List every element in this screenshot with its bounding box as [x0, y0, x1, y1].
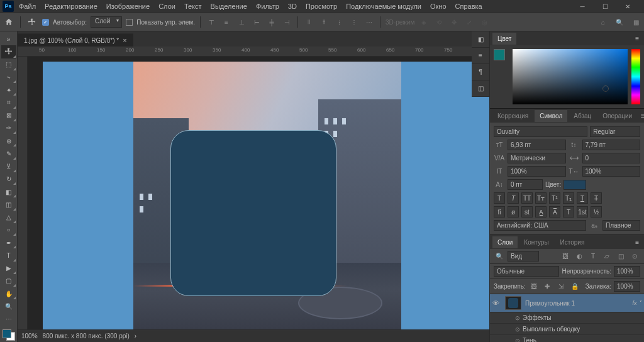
hue-slider[interactable] [631, 49, 640, 104]
color-field[interactable] [513, 49, 628, 104]
distribute-4-icon[interactable]: ⋮ [348, 16, 360, 28]
distribute-2-icon[interactable]: ⫵ [318, 16, 330, 28]
kerning-field[interactable]: Метрически [508, 153, 566, 163]
healing-tool[interactable]: ⊕ [1, 135, 16, 147]
panel-menu-icon[interactable]: ≡ [633, 35, 641, 42]
fx-badge[interactable]: fx ˅ [632, 300, 641, 306]
align-hcenter-icon[interactable]: ╪ [266, 16, 277, 28]
frame-tool[interactable]: ⊠ [1, 109, 16, 122]
foreground-swatch[interactable] [3, 329, 11, 338]
share-icon[interactable]: ⌂ [597, 16, 609, 28]
smallcaps-toggle[interactable]: Tᴛ [535, 192, 547, 204]
layers-tab[interactable]: Слои [492, 236, 518, 248]
pen-tool[interactable]: ✒ [1, 236, 16, 249]
antialias-dropdown[interactable]: Плавное [602, 220, 640, 231]
effect-shadow[interactable]: ⊙ Тень [490, 335, 644, 342]
brush-tool[interactable]: ✎ [1, 147, 16, 160]
bold-toggle[interactable]: T [494, 192, 505, 204]
menu-file[interactable]: Файл [15, 1, 40, 12]
blend-mode-dropdown[interactable]: Обычные [494, 266, 559, 277]
subscript-toggle[interactable]: T₁ [563, 192, 574, 204]
document-tab[interactable]: 1.jpg @ 100% (Слой 0, RGB/8*) * × [18, 33, 133, 47]
zoom-level[interactable]: 100% [21, 333, 38, 339]
menu-text[interactable]: Текст [180, 1, 206, 12]
panel-menu-icon[interactable]: ≡ [638, 113, 644, 119]
font-family-dropdown[interactable]: Ouvality [494, 126, 587, 137]
filter-smart-icon[interactable]: ◫ [615, 251, 626, 262]
ot-stylistic[interactable]: T [563, 206, 574, 218]
close-tab-icon[interactable]: × [123, 36, 126, 44]
zoom-tool[interactable]: 🔍 [1, 300, 16, 312]
hscale-field[interactable]: 100% [582, 166, 641, 177]
paths-tab[interactable]: Контуры [519, 236, 553, 248]
collapsed-icon-2[interactable]: ≡ [472, 48, 489, 64]
collapse-icon[interactable]: » [1, 33, 16, 45]
history-brush-tool[interactable]: ↻ [1, 173, 16, 185]
text-color-swatch[interactable] [564, 180, 586, 190]
menu-3d[interactable]: 3D [284, 1, 301, 12]
effect-stroke[interactable]: ⊙ Выполнить обводку [490, 324, 644, 335]
menu-select[interactable]: Выделение [207, 1, 251, 12]
dodge-tool[interactable]: ○ [1, 224, 16, 236]
path-select-tool[interactable]: ▶ [1, 262, 16, 275]
hand-tool[interactable]: ✋ [1, 287, 16, 300]
crop-tool[interactable]: ⌗ [1, 96, 16, 109]
strike-toggle[interactable]: T [591, 192, 602, 204]
lasso-tool[interactable]: ⍀ [1, 71, 16, 84]
panel-swatch[interactable] [494, 49, 509, 64]
opacity-field[interactable]: 100% [614, 266, 640, 277]
layer-filter-dropdown[interactable]: Вид [508, 251, 539, 262]
eraser-tool[interactable]: ◧ [1, 185, 16, 198]
ot-slash[interactable]: ø [508, 206, 519, 218]
caps-toggle[interactable]: TT [521, 192, 533, 204]
align-right-icon[interactable]: ⊣ [281, 16, 292, 28]
stamp-tool[interactable]: ⊻ [1, 160, 16, 173]
workspace-icon[interactable]: ▦ [630, 16, 641, 28]
close-button[interactable]: ✕ [619, 1, 636, 12]
status-chevron-icon[interactable]: › [135, 333, 136, 339]
tracking-field[interactable]: 0 [582, 153, 641, 163]
move-tool[interactable] [1, 45, 16, 58]
ruler-horizontal[interactable]: 50 100 150 200 250 300 350 400 450 500 5… [18, 47, 489, 57]
magic-wand-tool[interactable]: ✦ [1, 84, 16, 96]
ot-fractions[interactable]: ½ [591, 206, 602, 218]
maximize-button[interactable]: ☐ [596, 1, 614, 12]
color-swatches[interactable] [1, 328, 16, 342]
collapsed-icon-3[interactable]: ¶ [472, 64, 489, 80]
lock-all-icon[interactable]: 🔒 [569, 282, 580, 292]
layer-row[interactable]: 👁 Прямоугольник 1 fx ˅ [490, 294, 644, 312]
language-dropdown[interactable]: Английский: США [494, 220, 586, 231]
align-bottom-icon[interactable]: ⊥ [236, 16, 247, 28]
autoselect-checkbox[interactable]: ✓ [42, 19, 49, 26]
marquee-tool[interactable]: ⬚ [1, 58, 16, 71]
leading-field[interactable]: 7,79 пт [582, 140, 641, 150]
blur-tool[interactable]: △ [1, 211, 16, 224]
canvas-viewport[interactable] [28, 57, 489, 329]
ruler-vertical[interactable] [18, 57, 28, 329]
filter-pixel-icon[interactable]: 🖼 [560, 251, 571, 262]
distribute-3-icon[interactable]: ⫶ [333, 16, 345, 28]
history-tab[interactable]: История [555, 236, 590, 248]
filter-adj-icon[interactable]: ◐ [574, 251, 585, 262]
minimize-button[interactable]: ─ [574, 1, 591, 12]
show-controls-checkbox[interactable] [126, 19, 133, 26]
distribute-1-icon[interactable]: ⫴ [303, 16, 314, 28]
more-icon[interactable]: ⋯ [364, 16, 375, 28]
panel-menu-icon[interactable]: ≡ [633, 239, 641, 246]
ot-fi[interactable]: fi [494, 206, 505, 218]
menu-filter[interactable]: Фильтр [252, 1, 283, 12]
doc-dimensions[interactable]: 800 пикс. x 800 пикс. (300 ppi) [43, 333, 130, 339]
layer-thumb-rect[interactable] [505, 296, 521, 310]
home-icon[interactable] [3, 16, 15, 28]
superscript-toggle[interactable]: T¹ [549, 192, 560, 204]
search-icon[interactable]: 🔍 [614, 16, 625, 28]
italic-toggle[interactable]: T [508, 192, 519, 204]
eyedropper-tool[interactable]: ✑ [1, 122, 16, 135]
filter-type-icon[interactable]: T [587, 251, 599, 262]
menu-image[interactable]: Изображение [103, 1, 153, 12]
rectangle-shape[interactable] [171, 131, 336, 295]
menu-window[interactable]: Окно [426, 1, 450, 12]
edit-toolbar[interactable]: ⋯ [1, 313, 16, 326]
align-top-icon[interactable]: ⊤ [206, 16, 217, 28]
corrections-tab[interactable]: Коррекция [492, 110, 533, 122]
